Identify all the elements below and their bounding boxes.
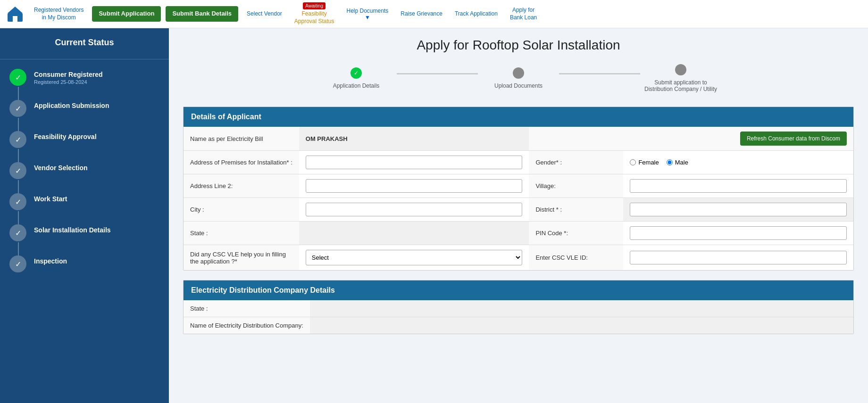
step-info-1: Consumer RegisteredRegistered 25-08-2024 xyxy=(34,69,159,85)
feasibility-approval-nav[interactable]: Awaiting Feasibility Approval Status xyxy=(291,2,338,25)
help-documents-nav[interactable]: Help Documents ▼ xyxy=(343,8,392,21)
step-name-3: Feasibility Approval xyxy=(34,133,159,140)
village-cell xyxy=(623,174,853,198)
main-layout: Current Status ✓Consumer RegisteredRegis… xyxy=(0,28,868,403)
csc-id-cell xyxy=(623,245,853,271)
electricity-section: Electricity Distribution Company Details… xyxy=(183,280,854,334)
progress-step-2: Upload Documents xyxy=(478,67,559,89)
gender-female-radio[interactable] xyxy=(630,159,636,165)
elec-state-label: State : xyxy=(184,300,310,317)
progress-step-3: Submit application to Distribution Compa… xyxy=(640,64,721,92)
step-circle-1: ✓ xyxy=(9,69,26,86)
progress-dot-2 xyxy=(513,67,524,79)
address-label: Address of Premises for Installation* : xyxy=(184,151,299,174)
sidebar-title: Current Status xyxy=(0,28,169,59)
step-info-6: Solar Installation Details xyxy=(34,224,159,234)
select-vendor-nav[interactable]: Select Vendor xyxy=(243,10,286,18)
step-name-6: Solar Installation Details xyxy=(34,226,159,234)
address-gender-row: Address of Premises for Installation* : … xyxy=(184,151,853,174)
csc-vle-select[interactable]: Select Yes No xyxy=(306,250,523,265)
electricity-form-table: State : Name of Electricity Distribution… xyxy=(184,300,853,334)
step-name-4: Vendor Selection xyxy=(34,164,159,172)
address2-label: Address Line 2: xyxy=(184,174,299,198)
registered-vendors-nav[interactable]: Registered Vendors in My Discom xyxy=(30,7,87,21)
progress-dot-1: ✓ xyxy=(351,67,362,79)
name-row: Name as per Electricity Bill OM PRAKASH … xyxy=(184,127,853,151)
name-label: Name as per Electricity Bill xyxy=(184,127,299,151)
city-input[interactable] xyxy=(306,203,523,216)
top-navigation: Registered Vendors in My Discom Submit A… xyxy=(0,0,868,28)
progress-bar: ✓ Application Details Upload Documents S… xyxy=(183,64,854,92)
page-title: Apply for Rooftop Solar Installation xyxy=(183,38,854,53)
step-name-5: Work Start xyxy=(34,195,159,203)
csc-row: Did any CSC VLE help you in filling the … xyxy=(184,245,853,271)
sidebar-step-2: ✓Application Submission xyxy=(9,100,159,117)
city-label: City : xyxy=(184,198,299,222)
content-area: Apply for Rooftop Solar Installation ✓ A… xyxy=(169,28,868,403)
apply-bank-loan-nav[interactable]: Apply for Bank Loan xyxy=(506,7,541,21)
step-info-2: Application Submission xyxy=(34,100,159,109)
village-input[interactable] xyxy=(630,179,847,193)
state-pincode-row: State : PIN Code *: xyxy=(184,222,853,245)
village-label: Village: xyxy=(529,174,623,198)
svg-marker-1 xyxy=(8,7,23,13)
gender-male-label: Male xyxy=(675,159,688,166)
progress-steps: ✓ Application Details Upload Documents S… xyxy=(316,64,721,92)
sidebar-step-1: ✓Consumer RegisteredRegistered 25-08-202… xyxy=(9,69,159,86)
gender-male-radio[interactable] xyxy=(667,159,673,165)
sidebar-steps: ✓Consumer RegisteredRegistered 25-08-202… xyxy=(0,59,169,296)
sidebar: Current Status ✓Consumer RegisteredRegis… xyxy=(0,28,169,403)
progress-label-2: Upload Documents xyxy=(494,82,542,89)
gender-cell: Female Male xyxy=(623,151,853,174)
step-name-1: Consumer Registered xyxy=(34,71,159,78)
submit-application-button[interactable]: Submit Application xyxy=(92,6,161,22)
step-circle-6: ✓ xyxy=(9,224,26,241)
address2-input[interactable] xyxy=(306,179,523,193)
progress-label-3: Submit application to Distribution Compa… xyxy=(640,79,721,92)
progress-step-1: ✓ Application Details xyxy=(316,67,397,89)
awaiting-badge: Awaiting xyxy=(303,2,326,9)
step-info-5: Work Start xyxy=(34,193,159,203)
elec-company-row: Name of Electricity Distribution Company… xyxy=(184,317,853,334)
state-label: State : xyxy=(184,222,299,245)
address2-village-row: Address Line 2: Village: xyxy=(184,174,853,198)
sidebar-step-5: ✓Work Start xyxy=(9,193,159,210)
state-cell xyxy=(299,222,529,245)
sidebar-step-3: ✓Feasibility Approval xyxy=(9,131,159,148)
gender-female-option[interactable]: Female xyxy=(630,159,659,166)
district-input[interactable] xyxy=(630,203,847,216)
progress-line-2 xyxy=(559,73,640,74)
progress-label-1: Application Details xyxy=(333,82,380,89)
city-district-row: City : District * : xyxy=(184,198,853,222)
gender-male-option[interactable]: Male xyxy=(667,159,688,166)
csc-help-label: Did any CSC VLE help you in filling the … xyxy=(184,245,299,271)
csc-id-input[interactable] xyxy=(630,251,847,264)
track-application-nav[interactable]: Track Application xyxy=(451,10,501,18)
step-info-4: Vendor Selection xyxy=(34,162,159,172)
csc-select-cell: Select Yes No xyxy=(299,245,529,271)
step-date-1: Registered 25-08-2024 xyxy=(34,79,159,85)
electricity-section-header: Electricity Distribution Company Details xyxy=(184,280,853,300)
district-cell xyxy=(623,198,853,222)
address-input[interactable] xyxy=(306,156,523,169)
progress-dot-3 xyxy=(675,64,686,75)
address-value-cell xyxy=(299,151,529,174)
step-circle-3: ✓ xyxy=(9,131,26,148)
raise-grievance-nav[interactable]: Raise Grievance xyxy=(397,10,446,18)
home-logo[interactable] xyxy=(5,4,25,25)
refresh-consumer-button[interactable]: Refresh Consumer data from Discom xyxy=(740,132,847,146)
pincode-input[interactable] xyxy=(630,226,847,240)
progress-line-1 xyxy=(397,73,478,74)
pincode-cell xyxy=(623,222,853,245)
gender-group: Female Male xyxy=(630,159,847,166)
submit-bank-details-button[interactable]: Submit Bank Details xyxy=(166,6,238,22)
step-circle-4: ✓ xyxy=(9,162,26,179)
step-name-2: Application Submission xyxy=(34,102,159,109)
step-circle-5: ✓ xyxy=(9,193,26,210)
applicant-form-table: Name as per Electricity Bill OM PRAKASH … xyxy=(184,127,853,270)
address2-cell xyxy=(299,174,529,198)
elec-company-label: Name of Electricity Distribution Company… xyxy=(184,317,310,334)
elec-state-row: State : xyxy=(184,300,853,317)
step-circle-2: ✓ xyxy=(9,100,26,117)
applicant-details-section: Details of Applicant Name as per Electri… xyxy=(183,107,854,271)
